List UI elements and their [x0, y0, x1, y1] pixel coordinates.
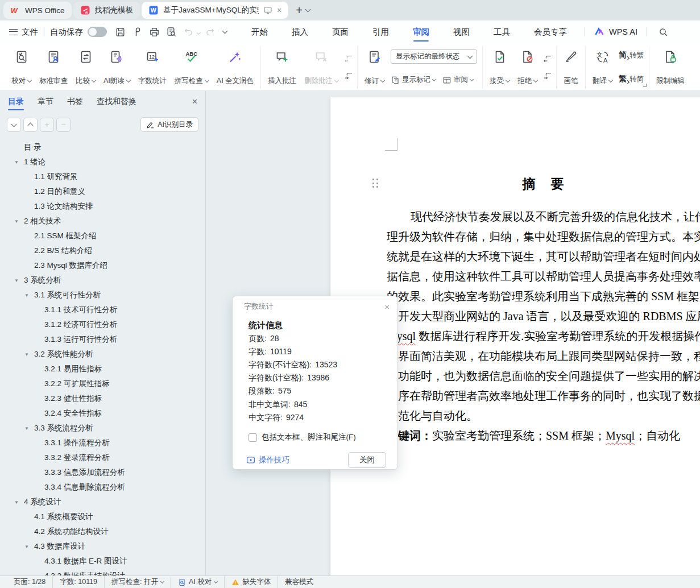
menu-tab[interactable]: 视图 [441, 20, 482, 43]
toc-item[interactable]: ▼ 1.2 目的和意义 [0, 184, 205, 199]
document-body[interactable]: 现代经济快节奏发展以及不断完善升级的信息化技术，让传统数据信息的 理升级为软件存… [387, 207, 700, 446]
toc-expand-arrow-icon[interactable]: ▼ [14, 219, 24, 224]
menu-tab[interactable]: 开始 [239, 20, 280, 43]
autosave-control[interactable]: 自动保存 [50, 27, 107, 38]
tab-document[interactable]: W 基于JavaSSM+MySQL的实验室 × [142, 2, 288, 19]
document-text-line[interactable]: 求功能时，也为数据信息面临的安全问题提供了一些实用的解决方案。可以说 [387, 366, 700, 386]
toc-expand-arrow-icon[interactable]: ▼ [14, 500, 24, 505]
status-compat-mode[interactable]: 兼容模式 [277, 576, 320, 588]
standard-review-button[interactable]: 标准审查 [35, 46, 72, 89]
ai-read-button[interactable]: AI朗读 [100, 46, 134, 89]
delete-comment-button[interactable]: 删除批注 [300, 46, 342, 89]
save-button[interactable] [113, 25, 127, 39]
status-page[interactable]: 页面: 1/28 [7, 576, 52, 588]
sidebar-tab[interactable]: 目录 [8, 91, 24, 113]
toc-item[interactable]: ▼ 2 相关技术 [0, 214, 205, 229]
paragraph-drag-handle-icon[interactable] [372, 179, 380, 189]
toc-item[interactable]: ▼ 4.3.2 数据库表结构设计 [0, 569, 205, 575]
file-menu[interactable]: 文件 [22, 27, 38, 38]
toc-item[interactable]: ▼ 3.1.1 技术可行性分析 [0, 303, 205, 317]
translate-button[interactable]: 文A 翻译 [589, 46, 616, 89]
status-word-count[interactable]: 字数: 10119 [52, 576, 104, 588]
toc-item[interactable]: ▼ 2.3 Mysql 数据库介绍 [0, 258, 205, 273]
print-preview-button[interactable] [164, 25, 178, 39]
toc-expand-arrow-icon[interactable]: ▼ [24, 293, 34, 298]
menu-tab[interactable]: 引用 [361, 20, 401, 43]
insert-comment-button[interactable]: 插入批注 [264, 46, 300, 89]
toc-item[interactable]: ▼ 4 系统设计 [0, 495, 205, 510]
toc-item[interactable]: ▼ 1.3 论文结构安排 [0, 199, 205, 214]
toc-expand-arrow-icon[interactable]: ▼ [14, 278, 24, 283]
track-changes-button[interactable]: 修订 [361, 46, 388, 89]
document-text-line[interactable]: 的效果。此实验室考勤管理系统利用当下成熟完善的 SSM 框架，使用跨平台 [387, 287, 700, 307]
previous-change-icon[interactable] [542, 54, 552, 64]
status-spell-check[interactable]: 拼写检查: 打开 [104, 576, 171, 588]
review-pane-button[interactable]: 审阅 [442, 75, 473, 85]
show-markup-button[interactable]: 显示标记 [391, 75, 436, 85]
next-comment-icon[interactable] [343, 71, 353, 81]
ai-polish-button[interactable]: AI 全文润色 [213, 46, 258, 89]
tab-list-chevron-icon[interactable] [305, 7, 310, 13]
sidebar-tab[interactable]: 章节 [38, 91, 53, 113]
toc-item[interactable]: ▼ 3.3.2 登录流程分析 [0, 450, 205, 465]
menu-tab[interactable]: 插入 [280, 20, 320, 43]
menu-tab[interactable]: 会员专享 [522, 20, 579, 43]
export-pdf-button[interactable] [130, 25, 144, 39]
toc-item[interactable]: ▼ 4.2 系统功能结构设计 [0, 524, 205, 539]
next-change-icon[interactable] [542, 71, 552, 81]
close-tab-icon[interactable]: × [277, 6, 281, 15]
toc-item[interactable]: ▼ 2.1 SSM 框架介绍 [0, 229, 205, 243]
document-text-line[interactable]: 可开发大型商业网站的 Java 语言，以及最受欢迎的 RDBMS 应用软件之一 [387, 307, 700, 326]
dialog-close-icon[interactable]: × [384, 302, 390, 312]
toc-item[interactable]: ▼ 3.3.4 信息删除流程分析 [0, 480, 205, 495]
autosave-toggle[interactable] [88, 27, 107, 37]
menu-tab[interactable]: 工具 [482, 20, 522, 43]
toc-item[interactable]: ▼ 3.2.2 可扩展性指标 [0, 376, 205, 391]
restrict-edit-button[interactable]: 限制编辑 [652, 46, 689, 89]
compare-button[interactable]: 比较 [72, 46, 100, 89]
sidebar-tab[interactable]: 书签 [67, 91, 83, 113]
ai-recognize-toc-button[interactable]: AI识别目录 [140, 117, 198, 132]
toc-item[interactable]: ▼ 4.3.1 数据库 E-R 图设计 [0, 554, 205, 569]
toc-item[interactable]: ▼ 3.2 系统性能分析 [0, 347, 205, 362]
document-text-line[interactable]: 现代经济快节奏发展以及不断完善升级的信息化技术，让传统数据信息的 [387, 207, 700, 227]
toc-item[interactable]: ▼ 1.1 研究背景 [0, 169, 205, 184]
include-textboxes-checkbox[interactable] [248, 433, 257, 442]
hamburger-icon[interactable] [9, 29, 18, 35]
toc-expand-arrow-icon[interactable]: ▼ [24, 544, 34, 549]
toc-item[interactable]: ▼ 4.1 系统概要设计 [0, 510, 205, 524]
status-ai-proofread[interactable]: AI 校对 [171, 576, 224, 588]
document-text-line[interactable]: 程序在帮助管理者高效率地处理工作事务的同时，也实现了数据信息的整体化 [387, 386, 700, 406]
to-traditional-button[interactable]: 简 转繁 [619, 50, 644, 60]
close-dialog-button[interactable]: 关闭 [348, 452, 386, 468]
document-text-line[interactable]: 的界面简洁美观，在功能模块布局上跟同类型网站保持一致，程序在实现基本 [387, 346, 700, 366]
toc-item[interactable]: ▼ 目 录 [0, 140, 205, 155]
toc-item[interactable]: ▼ 1 绪论 [0, 155, 205, 169]
toc-expand-arrow-icon[interactable]: ▼ [14, 160, 24, 165]
document-text-line[interactable]: 统就是在这样的大环境下诞生，其可以帮助管理者在短时间内处理完毕庞大的 [387, 247, 700, 267]
accept-button[interactable]: 接受 [486, 46, 513, 89]
toc-expand-arrow-icon[interactable]: ▼ [24, 352, 34, 357]
toc-item[interactable]: ▼ 4.3 数据库设计 [0, 539, 205, 554]
markup-state-dropdown[interactable]: 显示标记的最终状态 [391, 49, 477, 64]
toc-item[interactable]: ▼ 3.2.4 安全性指标 [0, 406, 205, 421]
document-text-line[interactable]: 规范化与自动化。 [387, 406, 700, 426]
new-tab-button[interactable]: + [296, 5, 303, 16]
group-dialog-launcher-icon[interactable] [643, 83, 647, 88]
toc-item[interactable]: ▼ 3.2.1 易用性指标 [0, 362, 205, 376]
menu-tab[interactable]: 审阅 [401, 20, 441, 43]
proofread-button[interactable]: 校对 [7, 46, 35, 89]
toc-item[interactable]: ▼ 3.1.2 经济可行性分析 [0, 317, 205, 332]
menu-tab[interactable]: 页面 [320, 20, 361, 43]
toc-item[interactable]: ▼ 3.3 系统流程分析 [0, 421, 205, 436]
document-text-line[interactable]: Mysql 数据库进行程序开发.实验室考勤管理系统的开发根据操作人员需要设 [387, 326, 700, 346]
document-text-line[interactable]: 据信息，使用这种软件工具可以帮助管理人员提高事务处理效率，达到事半功 [387, 267, 700, 287]
tips-link[interactable]: 操作技巧 [246, 455, 289, 465]
print-button[interactable] [147, 25, 161, 39]
search-icon[interactable] [658, 27, 668, 37]
spell-check-button[interactable]: ABC 拼写检查 [171, 46, 213, 89]
toc-item[interactable]: ▼ 3.3.1 操作流程分析 [0, 436, 205, 450]
tab-wps-office[interactable]: W WPS Office [3, 2, 72, 19]
close-sidebar-icon[interactable]: × [192, 97, 197, 107]
wps-ai-button[interactable]: WPS AI [591, 26, 641, 38]
